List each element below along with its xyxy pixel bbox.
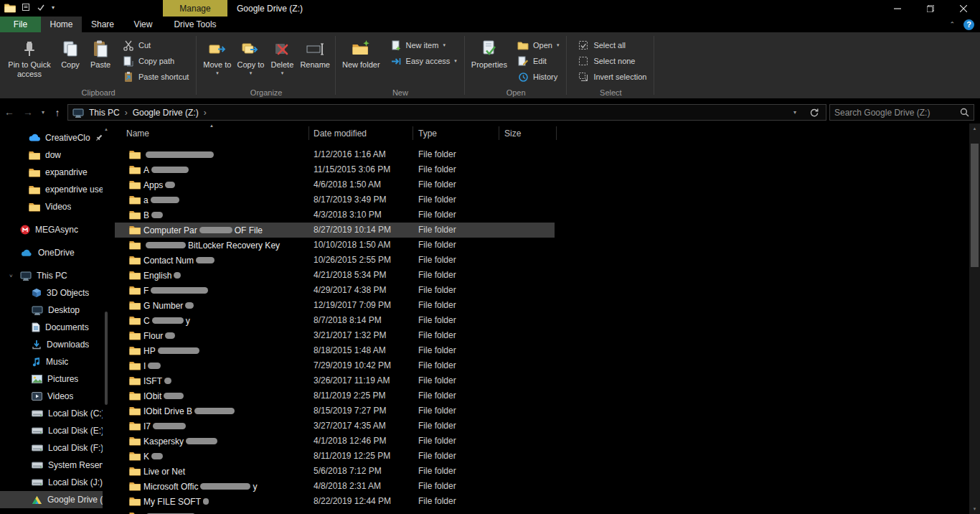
qat-button-1-icon[interactable] — [22, 3, 30, 11]
breadcrumb-item-this-pc[interactable]: This PC — [89, 108, 120, 118]
scrollbar-thumb[interactable] — [971, 144, 979, 267]
scroll-down-icon[interactable]: ▼ — [969, 504, 980, 514]
new-folder-button[interactable]: New folder — [339, 34, 383, 70]
help-icon[interactable]: ? — [963, 19, 974, 30]
sidebar-item-this-pc[interactable]: ˅This PC — [0, 267, 103, 284]
column-header-name[interactable]: Name — [126, 128, 149, 139]
close-button[interactable] — [947, 0, 980, 17]
sidebar-item-google-drive-z[interactable]: Google Drive (Z:) — [0, 491, 103, 508]
cut-button[interactable]: Cut — [119, 37, 192, 53]
recent-locations-icon[interactable]: ▾ — [37, 109, 49, 116]
select-all-button[interactable]: Select all — [574, 37, 650, 53]
column-header-date-modified[interactable]: Date modified — [314, 128, 367, 139]
sidebar-item-megasync[interactable]: MEGAsync — [0, 221, 103, 238]
table-row[interactable]: English4/21/2018 5:34 PMFile folder — [115, 268, 969, 283]
sidebar-scrollbar-thumb[interactable] — [105, 312, 108, 405]
table-row[interactable]: ISFT3/26/2017 11:19 AMFile folder — [115, 373, 969, 388]
history-button[interactable]: History — [514, 69, 562, 85]
table-row[interactable] — [115, 509, 969, 514]
sidebar-item-creativeclou[interactable]: CreativeClou — [0, 129, 103, 146]
sidebar-item-expendrive-use[interactable]: expendrive use — [0, 181, 103, 198]
properties-button[interactable]: Properties — [468, 34, 510, 70]
breadcrumb[interactable]: This PC›Google Drive (Z:)›▾ — [67, 104, 826, 121]
table-row[interactable]: IObit Drive B8/15/2019 7:27 PMFile folde… — [115, 403, 969, 419]
sidebar-item-local-disk-j[interactable]: Local Disk (J:) — [0, 474, 103, 491]
invert-selection-button[interactable]: Invert selection — [574, 69, 650, 85]
new-item-button[interactable]: New item▾ — [387, 37, 461, 53]
breadcrumb-separator-icon[interactable]: › — [125, 108, 128, 118]
sidebar-scroll-up-icon[interactable]: ▲ — [103, 127, 109, 131]
back-button[interactable]: ← — [0, 103, 19, 122]
maximize-button[interactable] — [914, 0, 947, 17]
paste-button[interactable]: Paste — [85, 34, 116, 70]
table-row[interactable]: Flour3/21/2017 1:32 PMFile folder — [115, 328, 969, 343]
table-row[interactable]: Microsoft Officy4/8/2018 2:31 AMFile fol… — [115, 479, 969, 494]
qat-dropdown-icon[interactable]: ▾ — [52, 4, 55, 11]
table-row[interactable]: a8/17/2019 3:49 PMFile folder — [115, 192, 969, 207]
sidebar-item-expandrive[interactable]: expandrive — [0, 164, 103, 181]
table-row[interactable]: HP8/18/2015 1:48 AMFile folder — [115, 343, 969, 358]
column-header-size[interactable]: Size — [504, 128, 521, 139]
sidebar-item-system-reserved[interactable]: System Reserved — [0, 457, 103, 474]
table-row[interactable]: F4/29/2017 4:38 PMFile folder — [115, 283, 969, 298]
up-button[interactable]: ↑ — [49, 107, 66, 118]
column-divider[interactable] — [413, 126, 413, 140]
search-icon[interactable] — [960, 108, 969, 117]
minimize-button[interactable] — [881, 0, 914, 17]
easy-access-button[interactable]: Easy access▾ — [387, 53, 461, 69]
open-button[interactable]: Open▾ — [514, 37, 562, 53]
table-row[interactable]: B4/3/2018 3:10 PMFile folder — [115, 207, 969, 223]
delete-button[interactable]: Delete▾ — [267, 34, 297, 76]
ribbon-tab-share[interactable]: Share — [82, 17, 123, 32]
sidebar-item-videos[interactable]: Videos — [0, 388, 103, 405]
paste-shortcut-button[interactable]: Paste shortcut — [119, 69, 192, 85]
contextual-tab-manage[interactable]: Manage — [163, 0, 227, 17]
sidebar-item-onedrive[interactable]: OneDrive — [0, 244, 103, 261]
table-row[interactable]: A11/15/2015 3:06 PMFile folder — [115, 162, 969, 177]
edit-button[interactable]: Edit — [514, 53, 562, 69]
table-row[interactable]: G Number12/19/2017 7:09 PMFile folder — [115, 298, 969, 313]
table-row[interactable]: Live or Net5/6/2018 7:12 PMFile folder — [115, 464, 969, 479]
table-row[interactable]: K8/11/2019 12:25 PMFile folder — [115, 449, 969, 464]
sidebar-scrollbar[interactable]: ▲ — [103, 123, 109, 514]
select-none-button[interactable]: Select none — [574, 53, 650, 69]
address-dropdown-icon[interactable]: ▾ — [788, 109, 801, 116]
sidebar-item-pictures[interactable]: Pictures — [0, 370, 103, 388]
table-row[interactable]: My FILE SOFT8/22/2019 12:44 PMFile folde… — [115, 494, 969, 509]
table-row[interactable]: BitLocker Recovery Key10/10/2018 1:50 AM… — [115, 238, 969, 253]
sidebar-item-dow[interactable]: dow — [0, 146, 103, 164]
collapse-ribbon-icon[interactable]: ⌃ — [949, 21, 955, 28]
sidebar-item-local-disk-c[interactable]: Local Disk (C:) — [0, 405, 103, 422]
table-row[interactable]: Cy8/7/2018 8:14 PMFile folder — [115, 313, 969, 328]
ribbon-tab-home[interactable]: Home — [41, 17, 82, 32]
move-to-button[interactable]: Move to▾ — [200, 34, 234, 76]
sidebar-item-local-disk-e[interactable]: Local Disk (E:) — [0, 422, 103, 439]
expand-chevron-icon[interactable]: ˅ — [9, 273, 13, 279]
vertical-scrollbar[interactable]: ▲ ▼ — [969, 123, 980, 514]
breadcrumb-item-google-drive-z[interactable]: Google Drive (Z:) — [133, 108, 199, 118]
table-row[interactable]: Apps4/6/2018 1:50 AMFile folder — [115, 177, 969, 192]
table-row[interactable]: Kaspersky4/1/2018 12:46 PMFile folder — [115, 434, 969, 449]
forward-button[interactable]: → — [19, 103, 37, 122]
table-row[interactable]: I7/29/2019 10:42 PMFile folder — [115, 358, 969, 373]
table-row[interactable]: 1/12/2016 1:16 AMFile folder — [115, 147, 969, 162]
rename-button[interactable]: Rename — [297, 34, 333, 70]
ribbon-tab-file[interactable]: File — [0, 17, 41, 32]
sidebar-item-3d-objects[interactable]: 3D Objects — [0, 284, 103, 302]
pin-to-quick-access-button[interactable]: Pin to Quick access — [4, 34, 55, 79]
copy-button[interactable]: Copy — [55, 34, 85, 70]
table-row[interactable]: Contact Num10/26/2015 2:55 PMFile folder — [115, 253, 969, 268]
ribbon-tab-view[interactable]: View — [123, 17, 163, 32]
sidebar-item-videos[interactable]: Videos — [0, 198, 103, 215]
sidebar-item-local-disk-f[interactable]: Local Disk (F:) — [0, 439, 103, 457]
column-divider[interactable] — [308, 126, 309, 140]
breadcrumb-separator-icon[interactable]: › — [204, 108, 207, 118]
column-divider[interactable] — [499, 126, 499, 140]
sidebar-item-music[interactable]: Music — [0, 353, 103, 370]
table-row[interactable]: I73/27/2017 4:35 AMFile folder — [115, 419, 969, 434]
search-input[interactable] — [834, 108, 960, 118]
copy-to-button[interactable]: Copy to▾ — [234, 34, 267, 76]
table-row[interactable]: Computer ParOF File8/27/2019 10:14 PMFil… — [115, 223, 555, 238]
table-row[interactable]: IObit8/11/2019 2:25 PMFile folder — [115, 388, 969, 403]
sidebar-item-desktop[interactable]: Desktop — [0, 302, 103, 319]
